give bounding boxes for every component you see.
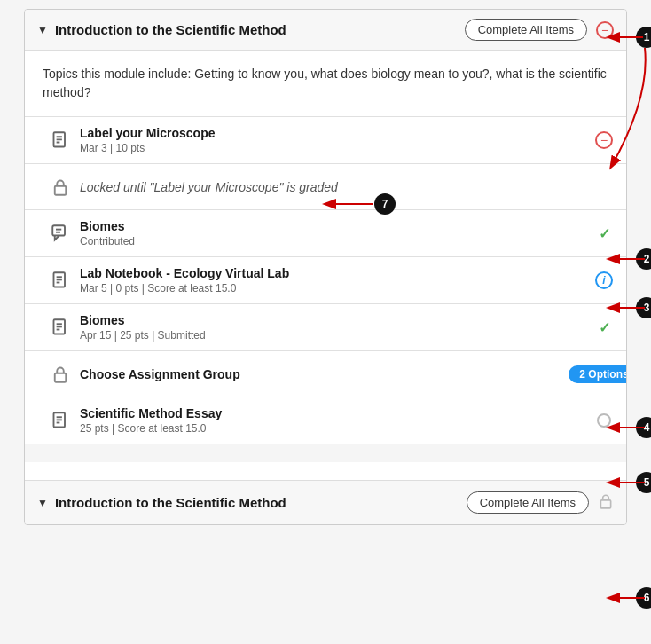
svg-rect-21 — [600, 499, 610, 507]
locked-item-title: Locked until "Label your Microscope" is … — [80, 180, 584, 194]
item-content: Scientific Method Essay 25 pts | Score a… — [80, 406, 584, 435]
lock-icon — [51, 365, 69, 383]
annotation-1: 1 — [636, 27, 651, 48]
item-title: Scientific Method Essay — [80, 406, 584, 420]
item-meta: Mar 3 | 10 pts — [80, 142, 584, 154]
annotation-2: 2 — [636, 248, 651, 270]
svg-rect-4 — [55, 185, 67, 194]
module-description: Topics this module include: Getting to k… — [25, 51, 626, 117]
list-item: Lab Notebook - Ecology Virtual Lab Mar 5… — [25, 257, 626, 304]
module-header-right: Complete All Items − — [465, 19, 614, 41]
item-meta: Contributed — [80, 235, 584, 247]
list-item: Locked until "Label your Microscope" is … — [25, 164, 626, 210]
item-content: Locked until "Label your Microscope" is … — [80, 180, 584, 194]
spacer — [25, 444, 626, 462]
info-icon[interactable]: i — [595, 271, 613, 289]
annotation-3: 3 — [636, 297, 651, 318]
module-header-top: ▼ Introduction to the Scientific Method … — [25, 10, 626, 51]
item-status — [594, 413, 614, 428]
annotation-6: 6 — [636, 587, 651, 609]
item-status: i — [594, 271, 614, 289]
svg-rect-5 — [52, 225, 65, 235]
complete-all-button-top[interactable]: Complete All Items — [465, 19, 587, 41]
document-icon — [51, 412, 69, 429]
module-header-left: ▼ Introduction to the Scientific Method — [37, 22, 286, 37]
item-status: 2 Options — [594, 365, 614, 383]
item-title: Choose Assignment Group — [80, 367, 584, 381]
item-content: Lab Notebook - Ecology Virtual Lab Mar 5… — [80, 266, 584, 295]
annotation-7: 7 — [374, 193, 396, 215]
item-title: Biomes — [80, 219, 584, 233]
minus-circle-icon-top[interactable]: − — [596, 21, 614, 39]
item-content: Choose Assignment Group — [80, 367, 584, 381]
annotation-4: 4 — [636, 417, 651, 438]
empty-circle-icon — [597, 413, 611, 428]
module-title-footer: Introduction to the Scientific Method — [55, 495, 286, 510]
minus-circle-icon[interactable]: − — [595, 131, 613, 149]
item-status: − — [594, 131, 614, 149]
chevron-down-icon-footer[interactable]: ▼ — [37, 497, 48, 509]
lock-icon-footer — [598, 493, 614, 513]
checkmark-icon: ✓ — [599, 225, 610, 242]
complete-all-button-footer[interactable]: Complete All Items — [467, 491, 589, 514]
checkmark-icon: ✓ — [599, 319, 610, 336]
chevron-down-icon[interactable]: ▼ — [37, 24, 48, 36]
item-status: ✓ — [594, 319, 614, 336]
item-status: ✓ — [594, 225, 614, 242]
document-icon — [51, 318, 69, 336]
item-meta: Apr 15 | 25 pts | Submitted — [80, 329, 584, 342]
list-item: Label your Microscope Mar 3 | 10 pts − — [25, 117, 626, 164]
document-icon — [51, 131, 69, 149]
list-item: Scientific Method Essay 25 pts | Score a… — [25, 397, 626, 444]
list-item: Biomes Contributed ✓ — [25, 210, 626, 257]
document-icon — [51, 271, 69, 289]
annotation-5: 5 — [636, 472, 651, 493]
item-content: Biomes Apr 15 | 25 pts | Submitted — [80, 313, 584, 342]
item-meta: Mar 5 | 0 pts | Score at least 15.0 — [80, 282, 584, 295]
module-container: ▼ Introduction to the Scientific Method … — [24, 9, 627, 525]
options-badge[interactable]: 2 Options — [569, 365, 627, 383]
discussion-icon — [51, 224, 69, 242]
footer-right: Complete All Items — [467, 491, 614, 514]
item-content: Biomes Contributed — [80, 219, 584, 247]
item-title: Biomes — [80, 313, 584, 327]
item-title: Lab Notebook - Ecology Virtual Lab — [80, 266, 584, 280]
lock-icon — [51, 178, 69, 196]
list-item: Biomes Apr 15 | 25 pts | Submitted ✓ — [25, 304, 626, 351]
module-footer: ▼ Introduction to the Scientific Method … — [25, 480, 626, 524]
item-title: Label your Microscope — [80, 126, 584, 140]
svg-rect-16 — [55, 373, 67, 381]
module-title-top: Introduction to the Scientific Method — [55, 22, 286, 37]
footer-left: ▼ Introduction to the Scientific Method — [37, 495, 286, 510]
item-content: Label your Microscope Mar 3 | 10 pts — [80, 126, 584, 154]
list-item: Choose Assignment Group 2 Options — [25, 351, 626, 397]
item-meta: 25 pts | Score at least 15.0 — [80, 422, 584, 435]
